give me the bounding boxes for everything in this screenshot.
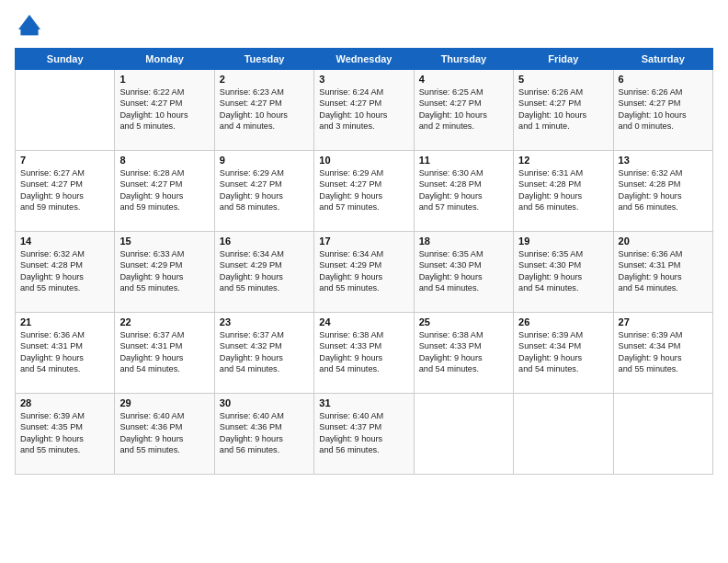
weekday-header-friday: Friday — [514, 49, 613, 70]
day-info: Sunrise: 6:23 AMSunset: 4:27 PMDaylight:… — [220, 86, 309, 132]
calendar-header: SundayMondayTuesdayWednesdayThursdayFrid… — [16, 49, 713, 70]
day-info: Sunrise: 6:29 AMSunset: 4:27 PMDaylight:… — [319, 167, 408, 213]
calendar-cell: 9Sunrise: 6:29 AMSunset: 4:27 PMDaylight… — [214, 151, 313, 232]
calendar-cell: 12Sunrise: 6:31 AMSunset: 4:28 PMDayligh… — [514, 151, 613, 232]
calendar-cell — [414, 394, 513, 475]
day-number: 17 — [319, 236, 408, 247]
day-info: Sunrise: 6:39 AMSunset: 4:34 PMDaylight:… — [619, 329, 708, 375]
calendar-cell — [613, 394, 712, 475]
day-info: Sunrise: 6:33 AMSunset: 4:29 PMDaylight:… — [119, 248, 209, 294]
page: SundayMondayTuesdayWednesdayThursdayFrid… — [0, 0, 728, 563]
calendar-cell — [16, 70, 115, 151]
calendar-cell: 1Sunrise: 6:22 AMSunset: 4:27 PMDaylight… — [115, 70, 214, 151]
day-number: 18 — [419, 236, 508, 247]
day-number: 21 — [20, 316, 109, 327]
weekday-header-tuesday: Tuesday — [214, 49, 313, 70]
weekday-header-saturday: Saturday — [613, 49, 712, 70]
day-info: Sunrise: 6:28 AMSunset: 4:27 PMDaylight:… — [119, 167, 209, 213]
svg-rect-1 — [20, 29, 38, 35]
day-info: Sunrise: 6:40 AMSunset: 4:36 PMDaylight:… — [119, 410, 209, 456]
day-info: Sunrise: 6:26 AMSunset: 4:27 PMDaylight:… — [619, 86, 708, 132]
calendar-cell: 18Sunrise: 6:35 AMSunset: 4:30 PMDayligh… — [414, 232, 513, 313]
day-number: 2 — [220, 74, 309, 85]
day-number: 19 — [518, 236, 608, 247]
day-info: Sunrise: 6:37 AMSunset: 4:31 PMDaylight:… — [119, 329, 209, 375]
day-number: 16 — [220, 236, 309, 247]
header — [15, 11, 713, 40]
day-number: 6 — [619, 74, 708, 85]
logo-icon — [15, 11, 44, 40]
calendar-cell: 10Sunrise: 6:29 AMSunset: 4:27 PMDayligh… — [314, 151, 414, 232]
calendar-week-2: 14Sunrise: 6:32 AMSunset: 4:28 PMDayligh… — [16, 232, 713, 313]
day-number: 25 — [419, 316, 508, 327]
day-info: Sunrise: 6:38 AMSunset: 4:33 PMDaylight:… — [319, 329, 408, 375]
day-number: 31 — [319, 397, 408, 408]
day-info: Sunrise: 6:27 AMSunset: 4:27 PMDaylight:… — [20, 167, 109, 213]
day-number: 28 — [20, 397, 109, 408]
calendar-cell: 13Sunrise: 6:32 AMSunset: 4:28 PMDayligh… — [613, 151, 712, 232]
day-info: Sunrise: 6:31 AMSunset: 4:28 PMDaylight:… — [518, 167, 608, 213]
day-info: Sunrise: 6:26 AMSunset: 4:27 PMDaylight:… — [518, 86, 608, 132]
day-number: 20 — [619, 236, 708, 247]
day-info: Sunrise: 6:29 AMSunset: 4:27 PMDaylight:… — [220, 167, 309, 213]
logo — [15, 11, 48, 40]
day-info: Sunrise: 6:36 AMSunset: 4:31 PMDaylight:… — [20, 329, 109, 375]
day-number: 7 — [20, 155, 109, 166]
weekday-header-thursday: Thursday — [414, 49, 513, 70]
calendar-cell: 30Sunrise: 6:40 AMSunset: 4:36 PMDayligh… — [214, 394, 313, 475]
day-number: 26 — [518, 316, 608, 327]
day-info: Sunrise: 6:40 AMSunset: 4:37 PMDaylight:… — [319, 410, 408, 456]
day-info: Sunrise: 6:40 AMSunset: 4:36 PMDaylight:… — [220, 410, 309, 456]
day-number: 27 — [619, 316, 708, 327]
day-number: 3 — [319, 74, 408, 85]
calendar-cell: 14Sunrise: 6:32 AMSunset: 4:28 PMDayligh… — [16, 232, 115, 313]
calendar-body: 1Sunrise: 6:22 AMSunset: 4:27 PMDaylight… — [16, 70, 713, 475]
weekday-row: SundayMondayTuesdayWednesdayThursdayFrid… — [16, 49, 713, 70]
day-number: 12 — [518, 155, 608, 166]
calendar-cell: 6Sunrise: 6:26 AMSunset: 4:27 PMDaylight… — [613, 70, 712, 151]
calendar-cell: 4Sunrise: 6:25 AMSunset: 4:27 PMDaylight… — [414, 70, 513, 151]
calendar-cell: 24Sunrise: 6:38 AMSunset: 4:33 PMDayligh… — [314, 313, 414, 394]
day-number: 13 — [619, 155, 708, 166]
calendar-cell: 29Sunrise: 6:40 AMSunset: 4:36 PMDayligh… — [115, 394, 214, 475]
day-info: Sunrise: 6:35 AMSunset: 4:30 PMDaylight:… — [419, 248, 508, 294]
day-number: 24 — [319, 316, 408, 327]
day-info: Sunrise: 6:34 AMSunset: 4:29 PMDaylight:… — [319, 248, 408, 294]
day-number: 4 — [419, 74, 508, 85]
day-info: Sunrise: 6:38 AMSunset: 4:33 PMDaylight:… — [419, 329, 508, 375]
day-number: 22 — [119, 316, 209, 327]
day-number: 9 — [220, 155, 309, 166]
day-number: 14 — [20, 236, 109, 247]
calendar-cell: 26Sunrise: 6:39 AMSunset: 4:34 PMDayligh… — [514, 313, 613, 394]
day-number: 11 — [419, 155, 508, 166]
day-info: Sunrise: 6:22 AMSunset: 4:27 PMDaylight:… — [119, 86, 209, 132]
day-number: 23 — [220, 316, 309, 327]
calendar-cell: 21Sunrise: 6:36 AMSunset: 4:31 PMDayligh… — [16, 313, 115, 394]
day-info: Sunrise: 6:25 AMSunset: 4:27 PMDaylight:… — [419, 86, 508, 132]
day-number: 8 — [119, 155, 209, 166]
day-info: Sunrise: 6:34 AMSunset: 4:29 PMDaylight:… — [220, 248, 309, 294]
day-info: Sunrise: 6:37 AMSunset: 4:32 PMDaylight:… — [220, 329, 309, 375]
day-info: Sunrise: 6:32 AMSunset: 4:28 PMDaylight:… — [619, 167, 708, 213]
calendar-cell: 2Sunrise: 6:23 AMSunset: 4:27 PMDaylight… — [214, 70, 313, 151]
calendar-cell: 25Sunrise: 6:38 AMSunset: 4:33 PMDayligh… — [414, 313, 513, 394]
day-number: 30 — [220, 397, 309, 408]
calendar-week-3: 21Sunrise: 6:36 AMSunset: 4:31 PMDayligh… — [16, 313, 713, 394]
calendar-week-4: 28Sunrise: 6:39 AMSunset: 4:35 PMDayligh… — [16, 394, 713, 475]
calendar-cell: 27Sunrise: 6:39 AMSunset: 4:34 PMDayligh… — [613, 313, 712, 394]
day-number: 10 — [319, 155, 408, 166]
day-info: Sunrise: 6:35 AMSunset: 4:30 PMDaylight:… — [518, 248, 608, 294]
weekday-header-wednesday: Wednesday — [314, 49, 414, 70]
calendar-week-1: 7Sunrise: 6:27 AMSunset: 4:27 PMDaylight… — [16, 151, 713, 232]
calendar-week-0: 1Sunrise: 6:22 AMSunset: 4:27 PMDaylight… — [16, 70, 713, 151]
calendar-cell: 16Sunrise: 6:34 AMSunset: 4:29 PMDayligh… — [214, 232, 313, 313]
calendar-cell: 22Sunrise: 6:37 AMSunset: 4:31 PMDayligh… — [115, 313, 214, 394]
day-number: 15 — [119, 236, 209, 247]
calendar-cell: 23Sunrise: 6:37 AMSunset: 4:32 PMDayligh… — [214, 313, 313, 394]
calendar-cell — [514, 394, 613, 475]
calendar-cell: 20Sunrise: 6:36 AMSunset: 4:31 PMDayligh… — [613, 232, 712, 313]
day-number: 29 — [119, 397, 209, 408]
calendar-cell: 7Sunrise: 6:27 AMSunset: 4:27 PMDaylight… — [16, 151, 115, 232]
calendar-cell: 3Sunrise: 6:24 AMSunset: 4:27 PMDaylight… — [314, 70, 414, 151]
calendar-cell: 8Sunrise: 6:28 AMSunset: 4:27 PMDaylight… — [115, 151, 214, 232]
